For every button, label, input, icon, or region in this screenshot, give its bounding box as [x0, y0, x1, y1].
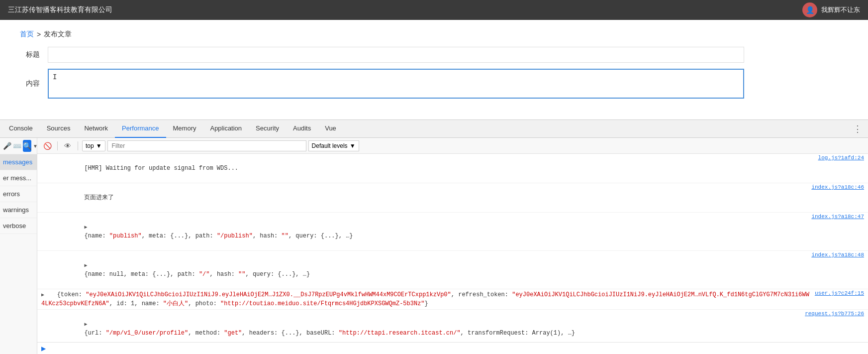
breadcrumb-current: 发布文章: [44, 30, 72, 39]
console-row-token[interactable]: ▶ {token: "eyJ0eXAiOiJKV1QiLCJhbGcioiJIU…: [37, 289, 868, 310]
console-toolbar: 🚫 👁 top ▼ Default levels ▼: [37, 138, 868, 154]
devtools-body: 🎤 ⌨️ 🔍 ▼ messages er mess... errors warn…: [0, 138, 868, 354]
level-label: Default levels: [312, 142, 348, 149]
console-source-route1[interactable]: index.js?a18c:47: [807, 214, 864, 220]
console-source-route2[interactable]: index.js?a18c:48: [807, 252, 864, 258]
mic-icon[interactable]: 🎤: [3, 140, 11, 152]
sidebar-item-er-mess[interactable]: er mess...: [0, 170, 37, 186]
console-text-route2: ▶ {name: null, meta: {...}, path: "/", h…: [41, 252, 807, 288]
top-label: top: [86, 142, 94, 149]
tab-security[interactable]: Security: [249, 120, 286, 138]
console-row-page: 页面进来了 index.js?a18c:46: [37, 183, 868, 213]
main-content: 首页 > 发布文章 标题 内容 I: [0, 20, 868, 119]
tab-memory[interactable]: Memory: [166, 120, 203, 138]
title-row: 标题: [20, 47, 848, 63]
title-label: 标题: [20, 50, 40, 59]
content-label: 内容: [20, 79, 40, 88]
devtools-more-menu[interactable]: ⋮: [849, 123, 866, 134]
tab-sources[interactable]: Sources: [40, 120, 78, 138]
devtools-tabs-bar: Console Sources Network Performance Memo…: [0, 120, 868, 138]
console-text-request1: ▶ {url: "/mp/v1_0/user/profile", method:…: [41, 311, 801, 342]
sidebar-item-warnings[interactable]: warnings: [0, 202, 37, 218]
console-text-route1: ▶ {name: "publish", meta: {...}, path: "…: [41, 214, 807, 249]
console-source-hmr[interactable]: log.js?1afd:24: [814, 155, 864, 161]
devtools-panel: Console Sources Network Performance Memo…: [0, 119, 868, 354]
sidebar-items-list: messages er mess... errors warnings verb…: [0, 154, 37, 354]
tab-application[interactable]: Application: [203, 120, 249, 138]
toolbar-separator-2: [78, 141, 78, 150]
console-source-token[interactable]: user.js?c24f:15: [811, 290, 864, 296]
breadcrumb-separator: >: [37, 30, 41, 38]
eye-icon[interactable]: 👁: [62, 140, 74, 152]
tab-audits[interactable]: Audits: [286, 120, 318, 138]
title-input[interactable]: [48, 47, 744, 63]
expand-arrow-route2: ▶: [84, 263, 87, 268]
tab-performance[interactable]: Performance: [115, 120, 166, 138]
console-row-request1[interactable]: ▶ {url: "/mp/v1_0/user/profile", method:…: [37, 310, 868, 342]
expand-arrow-token: ▶: [41, 292, 44, 298]
app-title: 三江苏传智播客科技教育有限公司: [8, 5, 112, 14]
level-dropdown[interactable]: Default levels ▼: [308, 140, 359, 151]
prompt-arrow-icon: ▶: [41, 345, 46, 352]
tab-console[interactable]: Console: [2, 120, 40, 138]
clear-console-icon[interactable]: 🚫: [41, 140, 53, 152]
chevron-down-icon: ▼: [96, 142, 102, 149]
toolbar-separator-1: [57, 141, 58, 150]
user-info: 👤 我辉辉不让东: [802, 2, 860, 17]
keyboard-icon[interactable]: ⌨️: [13, 140, 21, 152]
expand-arrow-route1: ▶: [84, 225, 87, 230]
filter-input[interactable]: [107, 140, 306, 151]
sidebar-item-messages[interactable]: messages: [0, 154, 37, 170]
console-prompt-row: ▶: [37, 342, 868, 354]
sidebar-icons: 🎤 ⌨️ 🔍 ▼: [0, 138, 37, 154]
app-title-bar: 三江苏传智播客科技教育有限公司: [8, 5, 112, 14]
content-textarea[interactable]: I: [48, 69, 744, 99]
console-text-hmr: [HMR] Waiting for update signal from WDS…: [41, 155, 814, 182]
username: 我辉辉不让东: [821, 5, 860, 14]
console-text-page: 页面进来了: [41, 184, 807, 211]
chevron-down-icon-2: ▼: [350, 142, 356, 149]
console-source-request1[interactable]: request.js?b775:26: [801, 311, 864, 317]
top-dropdown[interactable]: top ▼: [82, 140, 105, 151]
breadcrumb-home[interactable]: 首页: [20, 30, 34, 39]
console-source-page[interactable]: index.js?a18c:46: [807, 184, 864, 190]
top-bar: 三江苏传智播客科技教育有限公司 👤 我辉辉不让东: [0, 0, 868, 20]
content-row: 内容 I: [20, 69, 848, 99]
sidebar-item-errors[interactable]: errors: [0, 186, 37, 202]
console-row-hmr: [HMR] Waiting for update signal from WDS…: [37, 154, 868, 183]
sidebar-item-verbose[interactable]: verbose: [0, 218, 37, 234]
avatar: 👤: [802, 2, 817, 17]
devtools-tabs-right: ⋮: [849, 123, 866, 134]
expand-arrow-request1: ▶: [84, 322, 87, 327]
console-row-route1[interactable]: ▶ {name: "publish", meta: {...}, path: "…: [37, 213, 868, 251]
inspect-icon[interactable]: 🔍: [23, 140, 31, 152]
console-row-route2[interactable]: ▶ {name: null, meta: {...}, path: "/", h…: [37, 251, 868, 289]
console-output: [HMR] Waiting for update signal from WDS…: [37, 154, 868, 342]
breadcrumb: 首页 > 发布文章: [20, 30, 848, 39]
devtools-main-area: 🚫 👁 top ▼ Default levels ▼ [HMR]: [37, 138, 868, 354]
console-text-token: ▶ {token: "eyJ0eXAiOiJKV1QiLCJhbGcioiJIU…: [41, 290, 811, 308]
devtools-sidebar: 🎤 ⌨️ 🔍 ▼ messages er mess... errors warn…: [0, 138, 37, 354]
tab-vue[interactable]: Vue: [318, 120, 343, 138]
tab-network[interactable]: Network: [77, 120, 115, 138]
